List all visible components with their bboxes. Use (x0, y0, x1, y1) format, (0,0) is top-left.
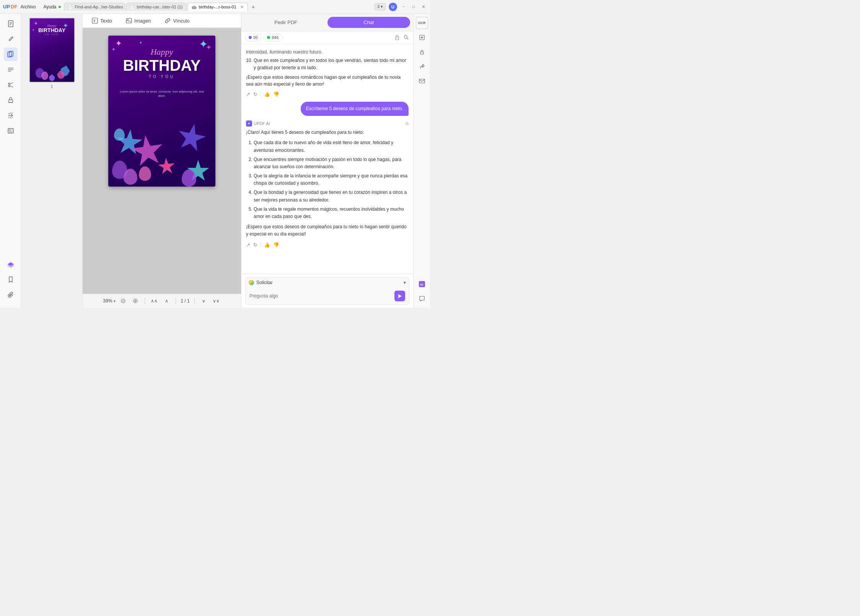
sidebar-icon-pages[interactable] (4, 47, 18, 61)
zoom-plus-button[interactable] (131, 296, 140, 306)
token-badge-purple[interactable]: 95 (245, 34, 261, 41)
rsb-share-icon[interactable] (416, 60, 428, 73)
divider-3 (194, 298, 195, 304)
share-action-button-2[interactable]: ↗ (246, 242, 250, 248)
svg-point-9 (8, 83, 10, 85)
svg-text:T: T (93, 19, 96, 23)
thumbnail-page-1[interactable]: ✦ ✦ ✦ Happy BIRTHDAY TO YOU 1 (29, 18, 75, 89)
maximize-button[interactable]: □ (410, 3, 417, 10)
tab-icon-2: 📄 (130, 5, 135, 9)
tab-birthday-car[interactable]: 📄 birthday-car...ister-01 (1) (126, 3, 187, 11)
svg-rect-13 (9, 100, 13, 102)
user-avatar[interactable]: U (389, 3, 397, 11)
svg-rect-35 (419, 79, 425, 83)
token-badge-green[interactable]: 846 (264, 34, 282, 41)
thumbnail-image: ✦ ✦ ✦ Happy BIRTHDAY TO YOU (29, 18, 75, 83)
tab-count-badge[interactable]: 3 ▾ (375, 3, 386, 10)
chat-messages[interactable]: intensidad, iluminando nuestro futuro. Q… (241, 44, 413, 274)
user-bubble-1: Escríbeme 5 deseos de cumpleaños para ni… (301, 102, 409, 116)
sidebar-icon-stamp[interactable] (4, 93, 18, 107)
tabs-container: 📄 Find-and-Ap...her-Studies 📄 birthday-c… (64, 2, 375, 11)
zoom-minus-button[interactable] (119, 296, 128, 306)
right-sidebar: OCR AI (413, 14, 430, 308)
send-button[interactable] (394, 291, 405, 301)
sidebar-icon-scissors[interactable] (4, 78, 18, 92)
pdf-toolbar: T Texto Imagen Vínculo (83, 14, 241, 28)
toolbar-texto[interactable]: T Texto (89, 16, 115, 25)
toolbar-imagen[interactable]: Imagen (123, 16, 154, 25)
nav-last-button[interactable]: ∨∨ (212, 296, 221, 306)
menu-ayuda[interactable]: Ayuda (40, 3, 64, 11)
sidebar-icon-list[interactable] (4, 63, 18, 76)
app-logo: UPDF (3, 4, 17, 10)
ai-header-actions (394, 34, 409, 41)
tab-find-and-ap[interactable]: 📄 Find-and-Ap...her-Studies (64, 3, 125, 11)
rsb-scan-icon[interactable] (416, 31, 428, 44)
rsb-lock-icon[interactable] (416, 46, 428, 58)
ai-list-item-4: Que la bondad y la generosidad que tiene… (254, 189, 409, 203)
svg-text:AI: AI (420, 283, 423, 286)
svg-point-10 (8, 85, 10, 87)
rsb-updf-icon[interactable]: AI (416, 278, 428, 290)
thumbsup-action-button-2[interactable]: 👍 (264, 242, 270, 248)
tab-close-button[interactable]: ✕ (240, 5, 244, 10)
nav-prev-button[interactable]: ∧ (162, 296, 171, 306)
sidebar-icon-edit[interactable] (4, 32, 18, 46)
thumbsup-action-button[interactable]: 👍 (264, 91, 270, 97)
thumbsdown-action-button[interactable]: 👎 (273, 91, 279, 97)
ayuda-badge (59, 6, 61, 8)
chat-input-field[interactable] (249, 293, 394, 299)
sidebar-icon-form[interactable] (4, 124, 18, 138)
nav-next-button[interactable]: ∨ (199, 296, 208, 306)
rsb-ocr-icon[interactable]: OCR (416, 17, 428, 29)
ai-list-item-5: Que la vida te regale momentos mágicos, … (254, 206, 409, 220)
minimize-button[interactable]: − (400, 3, 407, 10)
menu-archivo[interactable]: Archivo (17, 3, 39, 11)
title-bar-right: 3 ▾ U − □ ✕ (375, 3, 427, 11)
sidebar-icon-convert[interactable] (4, 109, 18, 122)
solicitar-bar: Solicitar ▾ (245, 277, 409, 288)
refresh-action-button-2[interactable]: ↻ (253, 242, 257, 248)
sidebar-icon-layers[interactable] (4, 257, 18, 271)
ai-panel: Pedir PDF Chat 95 846 (241, 14, 413, 308)
solicitar-chevron-icon[interactable]: ▾ (404, 280, 406, 285)
content-area: T Texto Imagen Vínculo ✦ ✦ ✦ ✦ ✦ (83, 14, 241, 308)
ai-tabs-wrapper: Pedir PDF Chat (241, 14, 413, 31)
copy-button[interactable]: ⧉ (406, 121, 409, 126)
close-button[interactable]: ✕ (420, 3, 427, 10)
sidebar-icon-attachment[interactable] (4, 288, 18, 302)
toolbar-vinculo[interactable]: Vínculo (161, 16, 192, 25)
refresh-action-button[interactable]: ↻ (253, 91, 257, 97)
pdf-to-you-text: TO YOU (114, 75, 209, 79)
rsb-chat-icon[interactable] (416, 293, 428, 305)
zoom-controls: 39% ▾ (103, 298, 116, 304)
rsb-mail-icon[interactable] (416, 75, 428, 87)
pdf-birthday-text: BIRTHDAY (114, 58, 209, 73)
tab-add-button[interactable]: + (249, 2, 258, 11)
pdf-view[interactable]: ✦ ✦ ✦ ✦ ✦ Happy BIRTHDAY TO YOU Lorem ip… (83, 28, 241, 294)
svg-rect-28 (396, 37, 399, 40)
svg-point-29 (404, 36, 407, 39)
thumbsdown-action-button-2[interactable]: 👎 (273, 242, 279, 248)
tab-birthday-boss[interactable]: 🤖 birthday-...r-boss-01 ✕ (187, 3, 248, 11)
token-badges: 95 846 (245, 34, 282, 41)
tab-chat[interactable]: Chat (327, 17, 410, 28)
zoom-dropdown-icon[interactable]: ▾ (114, 299, 116, 303)
updf-ai-icon: ✦ (246, 120, 252, 127)
pdf-lorem-text: Lorem ipsum dolor sit amet, consecte- tu… (108, 89, 215, 98)
svg-line-11 (10, 83, 13, 84)
sidebar-icon-document[interactable] (4, 17, 18, 31)
svg-line-30 (407, 38, 409, 40)
chat-input-bottom (245, 288, 409, 305)
ai-message-content-1: ¡Claro! Aquí tienes 5 deseos de cumpleañ… (246, 129, 409, 238)
search-icon[interactable] (403, 34, 409, 41)
share-action-button[interactable]: ↗ (246, 91, 250, 97)
tab-pedir-pdf[interactable]: Pedir PDF (244, 17, 327, 28)
page-number-label: 1 (50, 84, 53, 89)
lock-icon[interactable] (394, 34, 400, 41)
divider (145, 298, 145, 304)
nav-first-button[interactable]: ∧∧ (150, 296, 159, 306)
token-dot-purple (249, 36, 252, 39)
sidebar-icon-bookmark[interactable] (4, 273, 18, 286)
ai-message-1: ✦ UPDF AI ⧉ ¡Claro! Aquí tienes 5 deseos… (246, 120, 409, 247)
